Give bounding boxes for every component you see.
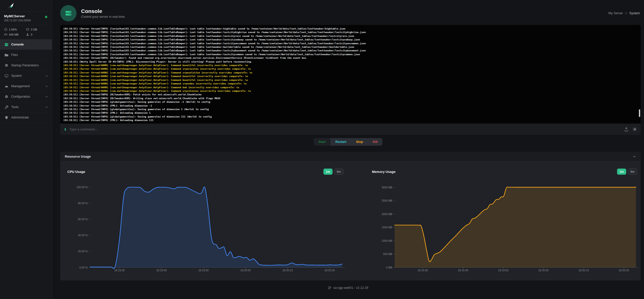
memory-range-5m-button[interactable]: 5m bbox=[628, 169, 637, 175]
chevron-down-icon bbox=[45, 106, 48, 109]
stat-memory: 3 GB bbox=[26, 28, 48, 31]
shield-icon bbox=[5, 116, 8, 119]
start-button[interactable]: Start bbox=[314, 138, 331, 146]
sidebar-item-system[interactable]: System bbox=[0, 71, 52, 81]
sidebar-item-configuration[interactable]: Configuration bbox=[0, 92, 52, 102]
svg-text:40.00 %: 40.00 % bbox=[78, 234, 88, 237]
command-input[interactable] bbox=[69, 127, 621, 131]
breadcrumb-system[interactable]: System bbox=[629, 11, 640, 15]
app-logo-icon bbox=[6, 1, 15, 10]
svg-text:18:19:30: 18:19:30 bbox=[114, 269, 125, 272]
console-log-line: [03:19:51] [Server thread/INFO] [leviath… bbox=[63, 45, 638, 49]
svg-text:3000 MB: 3000 MB bbox=[382, 186, 392, 189]
stat-cpu-value: 1.56% bbox=[9, 28, 17, 31]
console-log-line: [03:19:51] [Server thread/INFO] [RLTweak… bbox=[63, 93, 638, 96]
stat-disk-value: 449 MB bbox=[9, 33, 19, 36]
svg-text:100.00 %: 100.00 % bbox=[77, 186, 88, 189]
console-log-line: [03:19:51] [Server thread/INFO] [leviath… bbox=[63, 49, 638, 52]
kill-button[interactable]: Kill bbox=[368, 138, 382, 146]
app-logo[interactable] bbox=[0, 0, 52, 12]
command-prompt: $ bbox=[64, 127, 66, 131]
console-log-line: [03:19:51] [Server thread/INFO] [FML]: U… bbox=[63, 111, 638, 115]
chevron-down-icon bbox=[45, 95, 48, 98]
restart-button[interactable]: Restart bbox=[331, 138, 351, 146]
stat-disk: 449 MB bbox=[4, 33, 26, 36]
power-actions: Start Restart Stop Kill bbox=[52, 138, 644, 146]
svg-text:500 MB: 500 MB bbox=[383, 252, 392, 256]
page-subtitle: Control your server in real time. bbox=[81, 15, 125, 19]
upload-icon[interactable] bbox=[624, 127, 629, 132]
sidebar-item-management[interactable]: Management bbox=[0, 81, 52, 92]
svg-text:18:19:50: 18:19:50 bbox=[498, 269, 508, 272]
command-bar: $ bbox=[60, 124, 641, 135]
console-log-line: [03:19:51] [Server thread/INFO] [RLTweak… bbox=[63, 56, 638, 60]
sidebar-item-administrate[interactable]: Administrate bbox=[0, 112, 52, 123]
svg-text:20.00 %: 20.00 % bbox=[78, 250, 88, 253]
sidebar-item-tools[interactable]: Tools bbox=[0, 102, 52, 112]
wrench-icon bbox=[5, 105, 8, 109]
sidebar-item-label: Configuration bbox=[11, 95, 30, 98]
memory-chart-title: Memory Usage bbox=[372, 170, 395, 174]
sidebar-item-label: Management bbox=[11, 84, 30, 88]
svg-text:1000 MB: 1000 MB bbox=[382, 239, 392, 242]
sidebar-item-console[interactable]: Console bbox=[0, 39, 52, 50]
memory-usage-chart-svg: 3000 MB2500 MB2000 MB1500 MB1000 MB500 M… bbox=[371, 176, 639, 272]
console-log-line: [03:19:51] [Server thread/INFO] [leviath… bbox=[63, 34, 638, 38]
disk-icon bbox=[4, 33, 7, 36]
console-log-line: [03:19:51] [Server thread/INFO] [globalg… bbox=[63, 115, 638, 118]
console-scrollbar-thumb[interactable] bbox=[639, 109, 640, 117]
svg-text:18:19:40: 18:19:40 bbox=[156, 269, 167, 272]
console-card: [03:19:51] [Server thread/INFO] [leviath… bbox=[60, 25, 641, 135]
console-log: [03:19:51] [Server thread/INFO] [leviath… bbox=[60, 25, 641, 124]
folder-icon bbox=[5, 53, 8, 57]
console-log-line: [03:19:51] [Server thread/INFO] [FML]: U… bbox=[63, 118, 638, 122]
console-log-line: [03:19:51] [Server thread/WARN] [com.mat… bbox=[63, 64, 638, 67]
console-log-line: [03:19:51] [Server thread/WARN] [com.mat… bbox=[63, 86, 638, 89]
open-external-icon[interactable] bbox=[632, 127, 637, 132]
console-log-line: [03:19:51] [Server thread/INFO] [leviath… bbox=[63, 38, 638, 41]
chevron-down-icon bbox=[45, 74, 48, 78]
breadcrumb-my-server[interactable]: My Server bbox=[608, 11, 623, 15]
server-status-dot bbox=[44, 15, 48, 19]
chevron-down-icon bbox=[45, 85, 48, 88]
cpu-usage-chart-svg: 100.00 %80.00 %60.00 %40.00 %20.00 %0.00… bbox=[66, 176, 346, 272]
footer: sa-sgp-web01 - v2.12.29 bbox=[52, 283, 644, 292]
console-log-line: [03:19:51] [Server thread/WARN] [com.mat… bbox=[63, 71, 638, 74]
stat-players-value: 0 bbox=[31, 33, 32, 36]
cpu-chart-title: CPU Usage bbox=[67, 170, 85, 174]
memory-usage-card: Memory Usage 1m 5m 3000 MB2500 MB2000 MB… bbox=[371, 169, 639, 272]
sidebar: MyMCServer 206.72.207.234:25566 1.56% 3 … bbox=[0, 0, 52, 299]
monitor-icon bbox=[5, 74, 8, 78]
console-icon bbox=[5, 43, 8, 47]
footer-version-text: sa-sgp-web01 - v2.12.29 bbox=[333, 286, 368, 290]
cpu-range-5m-button[interactable]: 5m bbox=[334, 169, 343, 175]
console-log-line: [03:19:51] [Server thread/WARN] [com.mat… bbox=[63, 82, 638, 85]
resource-usage-panel: Resource Usage CPU Usage 1m 5m 100.00 %8… bbox=[60, 152, 641, 280]
cpu-range-1m-button[interactable]: 1m bbox=[323, 169, 333, 175]
sidebar-nav: Console Files Startup Parameters System … bbox=[0, 39, 52, 123]
main-content: Console Control your server in real time… bbox=[52, 0, 644, 299]
sidebar-item-label: System bbox=[11, 74, 22, 78]
players-icon bbox=[26, 33, 29, 36]
stat-players: 0 bbox=[26, 33, 48, 36]
gear-icon bbox=[5, 64, 8, 67]
svg-text:2000 MB: 2000 MB bbox=[382, 213, 392, 216]
resource-usage-header[interactable]: Resource Usage bbox=[60, 152, 641, 161]
memory-range-1m-button[interactable]: 1m bbox=[617, 169, 626, 175]
sidebar-item-label: Files bbox=[11, 53, 18, 57]
svg-text:1500 MB: 1500 MB bbox=[382, 226, 392, 229]
console-log-line: [03:19:51] [Server thread/INFO] [leviath… bbox=[63, 31, 638, 34]
stop-button[interactable]: Stop bbox=[351, 138, 368, 146]
console-log-line: [03:19:51] [Server thread/INFO] [FML]: U… bbox=[63, 104, 638, 108]
sidebar-item-files[interactable]: Files bbox=[0, 50, 52, 60]
svg-text:18:20:10: 18:20:10 bbox=[578, 269, 589, 272]
console-icon bbox=[65, 10, 72, 17]
svg-text:80.00 %: 80.00 % bbox=[78, 202, 88, 205]
sidebar-item-startup-parameters[interactable]: Startup Parameters bbox=[0, 60, 52, 71]
stat-memory-value: 3 GB bbox=[31, 28, 37, 31]
svg-text:18:20:00: 18:20:00 bbox=[538, 269, 549, 272]
server-address: 206.72.207.234:25566 bbox=[4, 19, 48, 22]
chevron-up-icon[interactable] bbox=[633, 155, 636, 158]
cpu-usage-chart: 100.00 %80.00 %60.00 %40.00 %20.00 %0.00… bbox=[66, 176, 346, 272]
git-branch-icon bbox=[328, 286, 332, 290]
